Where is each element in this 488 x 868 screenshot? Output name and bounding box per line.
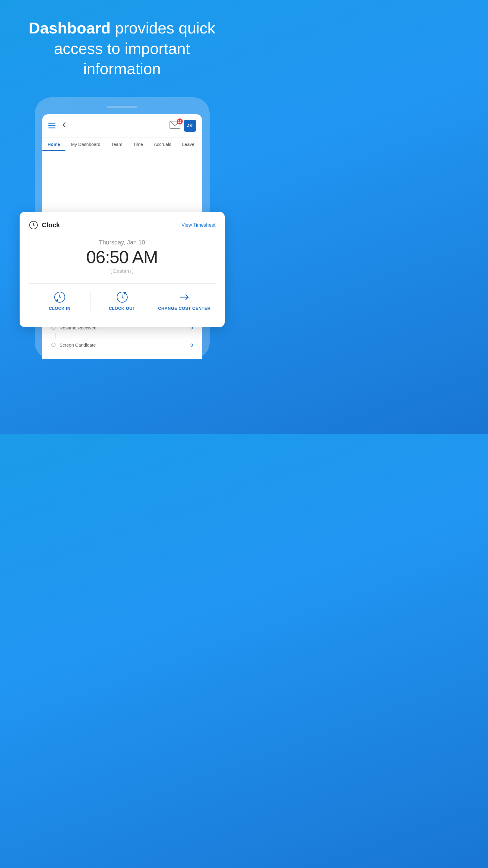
view-timesheet-link[interactable]: View Timesheet	[181, 222, 216, 228]
nav-bar: 13 JK	[42, 114, 202, 137]
clock-card: Clock View Timesheet Thursday, Jan 10 06…	[20, 212, 225, 327]
message-badge: 13	[177, 119, 183, 124]
clock-card-title: Clock	[42, 221, 60, 229]
pipeline-row-2: Screen Candidate 0	[51, 339, 193, 350]
tab-bar: Home My Dashboard Team Time Accruals	[42, 137, 202, 151]
pipeline-count-2: 0	[190, 342, 193, 347]
back-arrow-icon[interactable]	[61, 121, 67, 130]
clock-time-section: Thursday, Jan 10 06:50 AM [ Eastern ]	[29, 236, 216, 280]
nav-right: 13 JK	[170, 120, 196, 132]
hero-title-bold: Dashboard	[29, 19, 111, 37]
change-cost-center-label: CHANGE COST CENTER	[158, 306, 210, 311]
change-cost-center-icon	[178, 291, 191, 304]
clock-time-display: 06:50 AM	[29, 248, 216, 266]
tab-team[interactable]: Team	[106, 137, 128, 151]
phone-notch	[107, 106, 137, 108]
hero-section: Dashboard provides quick access to impor…	[0, 0, 244, 88]
clock-in-icon	[53, 291, 66, 304]
pipeline-dot-2	[51, 343, 56, 347]
clock-timezone: [ Eastern ]	[29, 268, 216, 274]
pipeline-stage-2: Screen Candidate	[51, 342, 96, 347]
avatar[interactable]: JK	[184, 120, 196, 132]
clock-title-wrap: Clock	[29, 220, 60, 230]
clock-actions: CLOCK IN CLOCK OUT	[29, 283, 216, 318]
clock-in-label: CLOCK IN	[49, 306, 70, 311]
clock-out-button[interactable]: CLOCK OUT	[91, 284, 153, 318]
clock-date: Thursday, Jan 10	[29, 239, 216, 246]
clock-card-header: Clock View Timesheet	[29, 220, 216, 230]
tab-time[interactable]: Time	[127, 137, 148, 151]
change-cost-center-button[interactable]: CHANGE COST CENTER	[153, 284, 216, 318]
page-wrapper: Dashboard provides quick access to impor…	[0, 0, 244, 359]
clock-icon	[29, 220, 38, 230]
hero-title: Dashboard provides quick access to impor…	[18, 18, 226, 79]
clock-out-label: CLOCK OUT	[109, 306, 136, 311]
tab-accruals[interactable]: Accruals	[148, 137, 177, 151]
hamburger-icon[interactable]	[48, 123, 56, 128]
tab-my-dashboard[interactable]: My Dashboard	[65, 137, 106, 151]
pipeline-connector	[55, 333, 56, 339]
message-icon-wrap[interactable]: 13	[170, 121, 180, 130]
nav-left	[48, 121, 67, 130]
tab-home[interactable]: Home	[42, 137, 66, 151]
phone-section: 13 JK Home My Dashboard	[0, 94, 244, 359]
tab-leave[interactable]: Leave	[177, 137, 200, 151]
clock-out-icon	[116, 291, 128, 304]
pipeline-stage-label-2: Screen Candidate	[60, 342, 96, 347]
clock-in-button[interactable]: CLOCK IN	[29, 284, 91, 318]
